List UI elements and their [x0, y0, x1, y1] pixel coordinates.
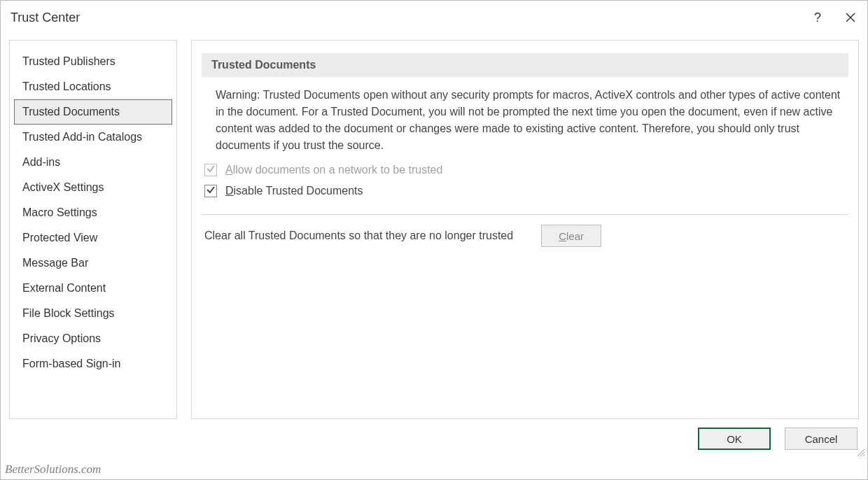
- allow-network-label: Allow documents on a network to be trust…: [225, 164, 442, 176]
- sidebar-item-trusted-publishers[interactable]: Trusted Publishers: [14, 49, 172, 74]
- sidebar-item-form-based-signin[interactable]: Form-based Sign-in: [14, 351, 172, 376]
- sidebar-item-message-bar[interactable]: Message Bar: [14, 250, 172, 276]
- sidebar-item-add-ins[interactable]: Add-ins: [14, 150, 172, 175]
- clear-button: Clear: [541, 225, 601, 247]
- trust-center-dialog: Trust Center ? Trusted PublishersTrusted…: [0, 0, 868, 480]
- section-header: Trusted Documents: [202, 53, 848, 77]
- dialog-footer: OK Cancel: [698, 428, 858, 450]
- sidebar-item-activex-settings[interactable]: ActiveX Settings: [14, 175, 172, 200]
- resize-grip[interactable]: [855, 447, 865, 457]
- svg-line-4: [863, 455, 864, 456]
- sidebar-item-trusted-addin-catalogs[interactable]: Trusted Add-in Catalogs: [14, 125, 172, 150]
- ok-button[interactable]: OK: [698, 428, 771, 450]
- help-button[interactable]: ?: [814, 10, 825, 25]
- allow-network-checkbox: [204, 164, 217, 176]
- allow-network-checkbox-row: Allow documents on a network to be trust…: [202, 160, 848, 181]
- disable-trusted-checkbox[interactable]: [204, 185, 217, 197]
- sidebar-item-trusted-locations[interactable]: Trusted Locations: [14, 74, 172, 99]
- sidebar: Trusted PublishersTrusted LocationsTrust…: [9, 40, 177, 419]
- check-icon: [206, 164, 216, 176]
- sidebar-item-file-block-settings[interactable]: File Block Settings: [14, 301, 172, 326]
- main-panel: Trusted Documents Warning: Trusted Docum…: [191, 40, 859, 419]
- clear-trusted-label: Clear all Trusted Documents so that they…: [204, 230, 513, 242]
- sidebar-item-external-content[interactable]: External Content: [14, 276, 172, 301]
- check-icon: [206, 185, 216, 197]
- disable-trusted-label: Disable Trusted Documents: [225, 185, 363, 197]
- cancel-button[interactable]: Cancel: [785, 428, 858, 450]
- clear-trusted-row: Clear all Trusted Documents so that they…: [202, 225, 848, 247]
- sidebar-item-trusted-documents[interactable]: Trusted Documents: [14, 99, 172, 125]
- sidebar-item-privacy-options[interactable]: Privacy Options: [14, 326, 172, 351]
- watermark: BetterSolutions.com: [5, 463, 101, 477]
- close-icon: [845, 12, 856, 23]
- close-button[interactable]: [842, 9, 859, 26]
- divider: [202, 214, 848, 215]
- sidebar-item-protected-view[interactable]: Protected View: [14, 225, 172, 250]
- sidebar-item-macro-settings[interactable]: Macro Settings: [14, 200, 172, 225]
- titlebar: Trust Center ?: [1, 1, 867, 34]
- warning-text: Warning: Trusted Documents open without …: [202, 77, 848, 160]
- titlebar-buttons: ?: [814, 9, 859, 26]
- dialog-body: Trusted PublishersTrusted LocationsTrust…: [1, 34, 867, 419]
- disable-trusted-checkbox-row[interactable]: Disable Trusted Documents: [202, 181, 848, 202]
- window-title: Trust Center: [10, 10, 80, 25]
